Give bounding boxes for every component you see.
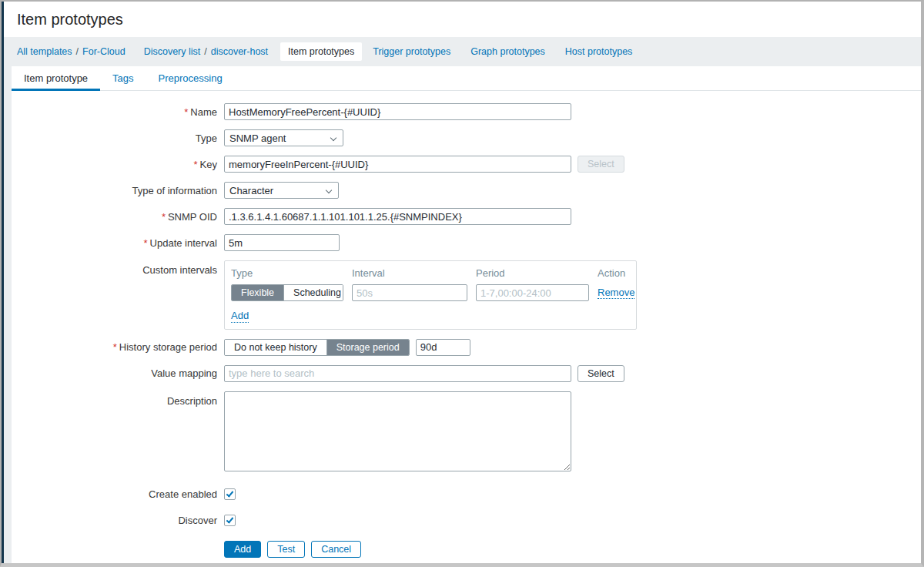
toggle-scheduling[interactable]: Scheduling [283, 285, 343, 300]
name-input[interactable] [224, 103, 571, 120]
history-storage-row: *History storage period Do not keep hist… [12, 339, 921, 356]
form-footer: Add Test Cancel [224, 541, 921, 558]
description-row: Description [12, 391, 921, 471]
required-asterisk: * [143, 237, 147, 249]
value-mapping-row: Value mapping Select [12, 365, 921, 382]
add-interval-link[interactable]: Add [231, 310, 249, 323]
discover-checkbox[interactable] [224, 515, 236, 526]
required-asterisk: * [162, 211, 166, 223]
custom-intervals-row: Custom intervals Type Interval Period Ac… [12, 260, 921, 330]
history-storage-toggle: Do not keep history Storage period [224, 339, 410, 356]
sidebar-accent-bar [2, 2, 4, 563]
breadcrumb-discovery-list[interactable]: Discovery list [144, 46, 201, 57]
interval-input[interactable] [352, 284, 467, 301]
update-interval-row: *Update interval [12, 234, 921, 251]
app-window: Item prototypes All templates / For-Clou… [0, 0, 924, 567]
type-of-information-value: Character [229, 185, 273, 196]
history-storage-label: *History storage period [12, 341, 217, 353]
custom-interval-row: Flexible Scheduling Remove [231, 284, 630, 301]
type-of-information-label: Type of information [12, 185, 217, 196]
item-prototype-form: *Name Type SNMP agent *Key Select [12, 91, 921, 558]
create-enabled-checkbox[interactable] [224, 488, 236, 500]
type-select-value: SNMP agent [229, 133, 286, 144]
history-storage-input[interactable] [416, 339, 470, 356]
create-enabled-row: Create enabled [12, 488, 921, 500]
value-mapping-label: Value mapping [12, 367, 217, 379]
test-button[interactable]: Test [267, 541, 305, 558]
value-mapping-input[interactable] [224, 365, 571, 382]
discover-label: Discover [12, 515, 217, 526]
main-area: Item prototypes All templates / For-Clou… [4, 2, 921, 563]
custom-intervals-header: Type Interval Period Action [231, 267, 630, 279]
required-asterisk: * [194, 159, 198, 170]
name-label: *Name [12, 106, 217, 118]
remove-interval-link[interactable]: Remove [598, 287, 634, 300]
nav-trigger-prototypes[interactable]: Trigger prototypes [373, 46, 450, 57]
type-select[interactable]: SNMP agent [224, 129, 343, 146]
breadcrumb-discovery-rule[interactable]: discover-host [211, 46, 268, 57]
type-row: Type SNMP agent [12, 129, 921, 146]
period-input[interactable] [476, 284, 589, 301]
breadcrumb: All templates / For-Cloud Discovery list… [4, 37, 921, 66]
update-interval-input[interactable] [224, 234, 340, 251]
type-label: Type [12, 133, 217, 144]
discover-row: Discover [12, 515, 921, 526]
key-select-button[interactable]: Select [578, 156, 624, 173]
tab-tags[interactable]: Tags [100, 66, 146, 90]
header-interval: Interval [352, 267, 467, 279]
nav-item-prototypes-active[interactable]: Item prototypes [280, 42, 362, 61]
required-asterisk: * [184, 106, 188, 118]
tab-preprocessing[interactable]: Preprocessing [146, 66, 235, 90]
tab-item-prototype[interactable]: Item prototype [12, 66, 100, 90]
header-action: Action [598, 267, 630, 279]
add-interval-row: Add [231, 310, 630, 323]
breadcrumb-separator: / [76, 46, 79, 57]
header-period: Period [476, 267, 589, 279]
breadcrumb-all-templates[interactable]: All templates [17, 46, 72, 57]
nav-host-prototypes[interactable]: Host prototypes [565, 46, 633, 57]
checkmark-icon [226, 515, 234, 523]
checkmark-icon [226, 489, 234, 497]
type-of-information-select[interactable]: Character [224, 182, 339, 199]
page-header: Item prototypes [4, 2, 921, 37]
name-row: *Name [12, 103, 921, 120]
snmp-oid-label: *SNMP OID [12, 211, 217, 223]
interval-type-toggle: Flexible Scheduling [231, 284, 343, 301]
add-button[interactable]: Add [224, 541, 261, 558]
toggle-flexible[interactable]: Flexible [232, 285, 283, 300]
value-mapping-select-button[interactable]: Select [578, 365, 624, 382]
breadcrumb-separator: / [204, 46, 206, 57]
tab-container: Item prototype Tags Preprocessing *Name … [12, 66, 921, 563]
create-enabled-label: Create enabled [12, 488, 217, 500]
update-interval-label: *Update interval [12, 237, 217, 249]
snmp-oid-input[interactable] [224, 208, 571, 225]
description-textarea[interactable] [224, 391, 571, 471]
toggle-storage-period[interactable]: Storage period [326, 340, 409, 355]
snmp-oid-row: *SNMP OID [12, 208, 921, 225]
breadcrumb-template[interactable]: For-Cloud [82, 46, 126, 57]
required-asterisk: * [113, 341, 117, 353]
chevron-down-icon [330, 135, 336, 141]
type-of-information-row: Type of information Character [12, 182, 921, 199]
tab-bar: Item prototype Tags Preprocessing [12, 66, 921, 91]
content-area: Item prototype Tags Preprocessing *Name … [4, 66, 921, 563]
custom-intervals-table: Type Interval Period Action Flexible Sch… [224, 260, 637, 330]
description-label: Description [12, 391, 217, 407]
cancel-button[interactable]: Cancel [311, 541, 361, 558]
header-type: Type [231, 267, 343, 279]
page-title: Item prototypes [17, 11, 123, 29]
key-row: *Key Select [12, 156, 921, 173]
key-label: *Key [12, 159, 217, 170]
left-gutter [4, 66, 12, 563]
custom-intervals-label: Custom intervals [12, 260, 217, 276]
nav-graph-prototypes[interactable]: Graph prototypes [470, 46, 545, 57]
toggle-do-not-keep-history[interactable]: Do not keep history [225, 340, 326, 355]
chevron-down-icon [326, 187, 332, 193]
key-input[interactable] [224, 156, 571, 173]
